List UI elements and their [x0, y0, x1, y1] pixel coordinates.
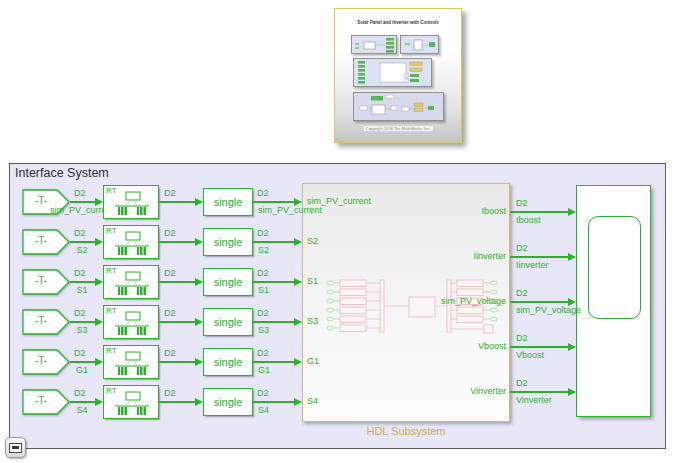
preview-panel-bottom: [353, 92, 444, 121]
signal-label: sim_PV_voltage: [516, 305, 581, 315]
rate-label: D2: [516, 333, 528, 343]
preview-panel-graphic: [354, 59, 431, 86]
preview-panel-top-left: [351, 35, 397, 54]
wire[interactable]: [510, 391, 569, 393]
output-port-label: Vboost: [478, 341, 506, 351]
simulink-canvas: Solar Panel and Inverter with Controls: [0, 0, 676, 463]
preview-panel-top-right: [400, 35, 439, 54]
solar-panel-subsystem-block[interactable]: Solar Panel and Inverter with Controls: [334, 8, 462, 143]
output-port-label: Iboost: [481, 206, 506, 216]
preview-title: Solar Panel and Inverter with Controls: [335, 20, 461, 25]
wire[interactable]: [510, 346, 569, 348]
hdl-subsystem-label: HDL Subsystem: [302, 425, 510, 437]
rate-label: D2: [516, 243, 528, 253]
copyright-text: Copyright 2016 The MathWorks, Inc.: [363, 125, 434, 132]
wire[interactable]: [510, 256, 569, 258]
signal-label: Vboost: [516, 350, 544, 360]
output-row: Vboost D2 Vboost: [0, 327, 676, 367]
wire[interactable]: [510, 211, 569, 213]
signal-label: Vinverter: [516, 395, 552, 405]
preview-panel-graphic: [352, 36, 396, 53]
rate-label: D2: [516, 378, 528, 388]
rate-label: D2: [516, 288, 528, 298]
preview-panel-graphic: [354, 93, 443, 120]
rate-label: D2: [516, 198, 528, 208]
output-port-label: Iinverter: [473, 251, 506, 261]
output-port-label: sim_PV_voltage: [441, 296, 506, 306]
wire-arrowhead-icon: [568, 253, 576, 261]
output-row: sim_PV_voltage D2 sim_PV_voltage: [0, 282, 676, 322]
output-port-label: Vinverter: [470, 386, 506, 396]
wire-arrowhead-icon: [568, 208, 576, 216]
output-row: Vinverter D2 Vinverter: [0, 372, 676, 412]
signal-label: Iboost: [516, 215, 541, 225]
output-row: Iboost D2 Iboost: [0, 192, 676, 232]
wire-arrowhead-icon: [568, 343, 576, 351]
wire-arrowhead-icon: [568, 388, 576, 396]
interface-system-label: Interface System: [15, 166, 109, 180]
wire[interactable]: [510, 301, 569, 303]
preview-panel-graphic: [401, 36, 438, 53]
signal-label: Iinverter: [516, 260, 549, 270]
preview-copyright: Copyright 2016 The MathWorks, Inc.: [335, 126, 461, 131]
collapse-subsystem-button[interactable]: [5, 437, 26, 458]
preview-panel-middle: [353, 58, 432, 87]
output-row: Iinverter D2 Iinverter: [0, 237, 676, 277]
minus-icon: [9, 443, 22, 453]
